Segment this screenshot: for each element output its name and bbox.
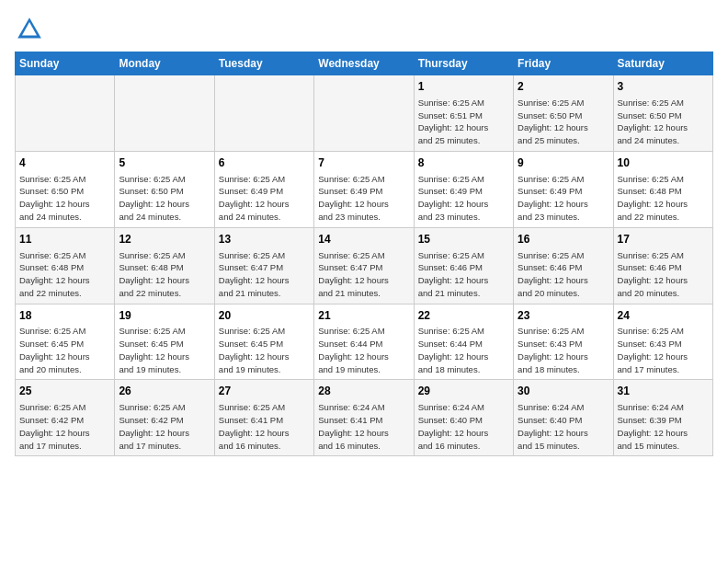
day-number: 16 [518, 232, 609, 247]
calendar-cell: 13Sunrise: 6:25 AM Sunset: 6:47 PM Dayli… [214, 227, 313, 304]
day-number: 7 [318, 155, 409, 171]
day-number: 2 [518, 79, 609, 95]
calendar-cell: 17Sunrise: 6:25 AM Sunset: 6:46 PM Dayli… [613, 227, 712, 304]
day-number: 25 [19, 384, 110, 399]
day-number: 8 [418, 155, 509, 171]
day-of-week-header: Thursday [414, 52, 513, 75]
day-number: 12 [119, 232, 210, 247]
day-number: 15 [418, 232, 509, 247]
day-number: 28 [318, 384, 409, 399]
calendar-cell: 22Sunrise: 6:25 AM Sunset: 6:44 PM Dayli… [414, 304, 513, 380]
day-info: Sunrise: 6:24 AM Sunset: 6:41 PM Dayligh… [318, 401, 409, 452]
calendar-week-row: 1Sunrise: 6:25 AM Sunset: 6:51 PM Daylig… [16, 75, 713, 152]
calendar-cell: 12Sunrise: 6:25 AM Sunset: 6:48 PM Dayli… [115, 227, 214, 304]
calendar-cell: 15Sunrise: 6:25 AM Sunset: 6:46 PM Dayli… [414, 227, 513, 304]
day-number: 4 [19, 155, 110, 171]
day-info: Sunrise: 6:25 AM Sunset: 6:45 PM Dayligh… [119, 325, 210, 375]
day-info: Sunrise: 6:25 AM Sunset: 6:49 PM Dayligh… [418, 173, 509, 224]
calendar-cell [115, 75, 214, 152]
day-info: Sunrise: 6:25 AM Sunset: 6:44 PM Dayligh… [418, 325, 509, 375]
calendar-cell [314, 75, 414, 152]
calendar-cell: 24Sunrise: 6:25 AM Sunset: 6:43 PM Dayli… [613, 304, 712, 380]
logo [15, 15, 48, 44]
calendar-cell: 8Sunrise: 6:25 AM Sunset: 6:49 PM Daylig… [414, 151, 513, 227]
day-number: 6 [219, 155, 310, 171]
day-info: Sunrise: 6:24 AM Sunset: 6:40 PM Dayligh… [418, 401, 509, 452]
day-of-week-header: Wednesday [314, 52, 414, 75]
day-info: Sunrise: 6:25 AM Sunset: 6:49 PM Dayligh… [318, 173, 409, 224]
day-number: 26 [119, 384, 210, 399]
calendar-cell: 11Sunrise: 6:25 AM Sunset: 6:48 PM Dayli… [16, 227, 115, 304]
calendar-cell: 16Sunrise: 6:25 AM Sunset: 6:46 PM Dayli… [514, 227, 613, 304]
day-number: 22 [418, 308, 509, 324]
calendar-cell: 4Sunrise: 6:25 AM Sunset: 6:50 PM Daylig… [16, 151, 115, 227]
day-info: Sunrise: 6:25 AM Sunset: 6:43 PM Dayligh… [518, 325, 609, 375]
calendar-cell: 31Sunrise: 6:24 AM Sunset: 6:39 PM Dayli… [613, 380, 712, 456]
calendar-cell: 6Sunrise: 6:25 AM Sunset: 6:49 PM Daylig… [214, 151, 313, 227]
day-info: Sunrise: 6:25 AM Sunset: 6:50 PM Dayligh… [19, 173, 110, 224]
day-info: Sunrise: 6:25 AM Sunset: 6:45 PM Dayligh… [219, 325, 310, 375]
day-info: Sunrise: 6:25 AM Sunset: 6:50 PM Dayligh… [518, 97, 609, 147]
calendar-cell: 9Sunrise: 6:25 AM Sunset: 6:49 PM Daylig… [514, 151, 613, 227]
day-info: Sunrise: 6:25 AM Sunset: 6:48 PM Dayligh… [119, 249, 210, 300]
calendar-week-row: 18Sunrise: 6:25 AM Sunset: 6:45 PM Dayli… [16, 304, 713, 380]
day-number: 11 [19, 232, 110, 247]
calendar-header: SundayMondayTuesdayWednesdayThursdayFrid… [16, 52, 713, 75]
day-number: 1 [418, 79, 509, 95]
calendar-cell: 18Sunrise: 6:25 AM Sunset: 6:45 PM Dayli… [16, 304, 115, 380]
calendar-cell: 20Sunrise: 6:25 AM Sunset: 6:45 PM Dayli… [214, 304, 313, 380]
calendar-cell: 14Sunrise: 6:25 AM Sunset: 6:47 PM Dayli… [314, 227, 414, 304]
day-info: Sunrise: 6:24 AM Sunset: 6:40 PM Dayligh… [518, 401, 609, 452]
days-of-week-row: SundayMondayTuesdayWednesdayThursdayFrid… [16, 52, 713, 75]
calendar-week-row: 11Sunrise: 6:25 AM Sunset: 6:48 PM Dayli… [16, 227, 713, 304]
calendar-cell: 23Sunrise: 6:25 AM Sunset: 6:43 PM Dayli… [514, 304, 613, 380]
calendar-cell: 30Sunrise: 6:24 AM Sunset: 6:40 PM Dayli… [514, 380, 613, 456]
day-number: 31 [618, 384, 709, 399]
calendar-cell: 28Sunrise: 6:24 AM Sunset: 6:41 PM Dayli… [314, 380, 414, 456]
day-number: 23 [518, 308, 609, 324]
day-info: Sunrise: 6:25 AM Sunset: 6:46 PM Dayligh… [418, 249, 509, 300]
calendar-cell: 19Sunrise: 6:25 AM Sunset: 6:45 PM Dayli… [115, 304, 214, 380]
day-number: 20 [219, 308, 310, 324]
calendar-cell [16, 75, 115, 152]
day-info: Sunrise: 6:25 AM Sunset: 6:44 PM Dayligh… [318, 325, 409, 375]
day-of-week-header: Saturday [613, 52, 712, 75]
calendar-table: SundayMondayTuesdayWednesdayThursdayFrid… [15, 52, 713, 456]
calendar-cell: 29Sunrise: 6:24 AM Sunset: 6:40 PM Dayli… [414, 380, 513, 456]
calendar-cell: 5Sunrise: 6:25 AM Sunset: 6:50 PM Daylig… [115, 151, 214, 227]
day-info: Sunrise: 6:25 AM Sunset: 6:50 PM Dayligh… [618, 97, 709, 147]
day-number: 19 [119, 308, 210, 324]
day-number: 27 [219, 384, 310, 399]
day-number: 9 [518, 155, 609, 171]
calendar-cell: 7Sunrise: 6:25 AM Sunset: 6:49 PM Daylig… [314, 151, 414, 227]
calendar-cell [214, 75, 313, 152]
calendar-cell: 1Sunrise: 6:25 AM Sunset: 6:51 PM Daylig… [414, 75, 513, 152]
day-info: Sunrise: 6:25 AM Sunset: 6:46 PM Dayligh… [518, 249, 609, 300]
calendar-week-row: 4Sunrise: 6:25 AM Sunset: 6:50 PM Daylig… [16, 151, 713, 227]
day-info: Sunrise: 6:25 AM Sunset: 6:51 PM Dayligh… [418, 97, 509, 147]
page-header [15, 15, 713, 44]
day-info: Sunrise: 6:25 AM Sunset: 6:41 PM Dayligh… [219, 401, 310, 452]
day-info: Sunrise: 6:25 AM Sunset: 6:45 PM Dayligh… [19, 325, 110, 375]
day-info: Sunrise: 6:25 AM Sunset: 6:47 PM Dayligh… [219, 249, 310, 300]
calendar-week-row: 25Sunrise: 6:25 AM Sunset: 6:42 PM Dayli… [16, 380, 713, 456]
day-number: 24 [618, 308, 709, 324]
day-of-week-header: Monday [115, 52, 214, 75]
day-of-week-header: Sunday [16, 52, 115, 75]
day-number: 5 [119, 155, 210, 171]
day-number: 30 [518, 384, 609, 399]
day-info: Sunrise: 6:25 AM Sunset: 6:48 PM Dayligh… [618, 173, 709, 224]
day-info: Sunrise: 6:24 AM Sunset: 6:39 PM Dayligh… [618, 401, 709, 452]
day-info: Sunrise: 6:25 AM Sunset: 6:46 PM Dayligh… [618, 249, 709, 300]
calendar-body: 1Sunrise: 6:25 AM Sunset: 6:51 PM Daylig… [16, 75, 713, 456]
calendar-cell: 2Sunrise: 6:25 AM Sunset: 6:50 PM Daylig… [514, 75, 613, 152]
day-number: 29 [418, 384, 509, 399]
day-of-week-header: Friday [514, 52, 613, 75]
day-info: Sunrise: 6:25 AM Sunset: 6:49 PM Dayligh… [219, 173, 310, 224]
day-number: 21 [318, 308, 409, 324]
day-number: 10 [618, 155, 709, 171]
day-number: 3 [618, 79, 709, 95]
day-info: Sunrise: 6:25 AM Sunset: 6:49 PM Dayligh… [518, 173, 609, 224]
day-number: 13 [219, 232, 310, 247]
day-number: 14 [318, 232, 409, 247]
